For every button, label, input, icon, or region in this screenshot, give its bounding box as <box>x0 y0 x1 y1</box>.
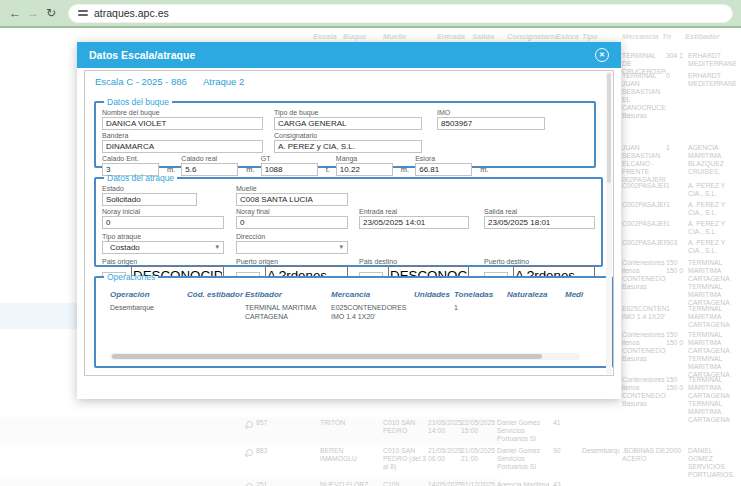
operations-fieldset: Operaciones Operación Cód. estibador Est… <box>94 272 613 368</box>
length-label: Eslora <box>415 155 472 162</box>
imo-label: IMO <box>437 109 545 116</box>
escalas-page: EscalaBuqueMuelleEntradaSalidaConsignata… <box>0 30 741 486</box>
bollard-start-field[interactable] <box>102 216 224 229</box>
cell-medi <box>565 304 605 321</box>
screen: ← → ↻ atraques.apc.es EscalaBuqueMuelleE… <box>0 0 741 486</box>
state-label: Estado <box>102 185 197 192</box>
cell-estibador: TERMINAL MARITIMA CARTAGENA <box>245 304 331 321</box>
consignee-label: Consignatario <box>274 132 422 139</box>
direction-select[interactable] <box>236 241 348 254</box>
reload-icon[interactable]: ↻ <box>42 6 60 20</box>
berth-data-legend: Datos del atraque <box>104 173 177 183</box>
col-medi: Medi <box>565 290 605 299</box>
operations-legend: Operaciones <box>104 272 158 282</box>
forward-icon[interactable]: → <box>24 6 42 20</box>
berth-type-select[interactable]: Costado <box>102 241 224 254</box>
dest-country-label: Pais destino <box>359 258 469 265</box>
cell-mercancia: E025CONTENEDORES IMO 1.4 1X20' <box>331 304 414 321</box>
real-exit-label: Salida real <box>484 208 595 215</box>
berth-data-fieldset: Datos del atraque Estado Muelle <box>94 173 603 267</box>
bollard-start-label: Noray inicial <box>102 208 224 215</box>
cell-toneladas: 1 <box>454 304 507 321</box>
beam-label: Manga <box>336 155 393 162</box>
browser-chrome: ← → ↻ atraques.apc.es <box>0 0 741 28</box>
flag-field[interactable] <box>102 140 263 153</box>
cell-unidades <box>414 304 454 321</box>
origin-country-label: Pais origen <box>102 258 224 265</box>
cell-naturaleza <box>507 304 565 321</box>
operations-table-header: Operación Cód. estibador Estibador Merca… <box>102 290 605 299</box>
berth-type-label: Tipo atraque <box>102 233 224 240</box>
operations-table-row: Desembarque TERMINAL MARITIMA CARTAGENA … <box>102 304 605 321</box>
close-icon[interactable]: ✕ <box>595 48 609 62</box>
col-cod-estibador: Cód. estibador <box>187 290 245 299</box>
col-unidades: Unidades <box>414 290 454 299</box>
bollard-end-field[interactable] <box>236 216 348 229</box>
cell-operacion: Desembarque <box>110 304 187 321</box>
real-entry-label: Entrada real <box>359 208 469 215</box>
state-field[interactable] <box>102 193 197 206</box>
real-exit-field[interactable] <box>484 216 595 229</box>
consignee-field[interactable] <box>274 140 422 153</box>
vertical-scrollbar[interactable] <box>606 72 612 374</box>
ship-type-field[interactable] <box>274 117 422 130</box>
dest-port-label: Puerto destino <box>484 258 595 265</box>
site-settings-icon[interactable] <box>78 8 88 18</box>
dialog-title: Datos Escala/atraque <box>89 49 195 61</box>
dialog-header: Datos Escala/atraque ✕ <box>77 42 621 68</box>
direction-label: Dirección <box>236 233 348 240</box>
ship-data-fieldset: Datos del buque Nombre del buque Tipo de… <box>94 97 596 168</box>
flag-label: Bandera <box>102 132 263 139</box>
address-bar[interactable]: atraques.apc.es <box>68 4 733 23</box>
url-text: atraques.apc.es <box>94 7 169 19</box>
ship-data-legend: Datos del buque <box>104 97 172 107</box>
col-mercancia: Mercancía <box>331 290 414 299</box>
bollard-end-label: Noray final <box>236 208 348 215</box>
atraque-number: Atraque 2 <box>203 76 244 87</box>
escala-number: Escala C - 2025 - 886 <box>95 76 187 87</box>
real-entry-field[interactable] <box>359 216 469 229</box>
gt-label: GT <box>261 155 318 162</box>
ship-name-field[interactable] <box>102 117 263 130</box>
dialog-body: Escala C - 2025 - 886 Atraque 2 Datos de… <box>84 70 614 376</box>
ship-name-label: Nombre del buque <box>102 109 263 116</box>
back-icon[interactable]: ← <box>6 6 24 20</box>
ship-type-label: Tipo de buque <box>274 109 422 116</box>
origin-port-label: Puerto origen <box>236 258 348 265</box>
draft-real-label: Calado real <box>181 155 238 162</box>
col-naturaleza: Naturaleza <box>507 290 565 299</box>
cell-cod-estibador <box>187 304 245 321</box>
imo-field[interactable] <box>437 117 545 130</box>
horizontal-scrollbar[interactable] <box>110 353 580 360</box>
quay-field[interactable] <box>236 193 348 206</box>
col-toneladas: Toneladas <box>454 290 507 299</box>
draft-entry-label: Calado Ent. <box>102 155 159 162</box>
col-estibador: Estibador <box>245 290 331 299</box>
escala-atraque-dialog: Datos Escala/atraque ✕ Escala C - 2025 -… <box>77 42 621 399</box>
quay-label: Muelle <box>236 185 348 192</box>
col-operacion: Operación <box>110 290 187 299</box>
escala-subtitle: Escala C - 2025 - 886 Atraque 2 <box>95 76 258 87</box>
